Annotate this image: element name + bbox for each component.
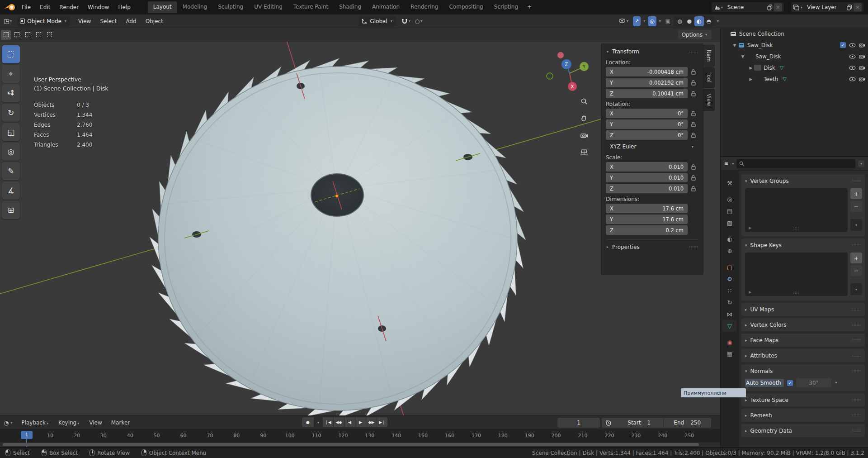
menu-item[interactable]: Add <box>121 16 141 26</box>
keying-set-dropdown[interactable]: ▾ <box>317 420 319 425</box>
disable-render-camera-icon[interactable] <box>859 43 865 48</box>
tool-button[interactable] <box>2 143 20 161</box>
lock-icon[interactable] <box>688 133 698 138</box>
add-button[interactable]: + <box>850 188 862 199</box>
workspace-tab[interactable]: Shading <box>334 1 367 13</box>
current-frame-field[interactable]: 1 <box>557 418 600 428</box>
resize-handle[interactable]: ▶ <box>749 226 751 230</box>
n-panel-tab[interactable]: Tool <box>703 67 715 87</box>
properties-tab[interactable]: ⚒ <box>722 177 737 189</box>
properties-tab[interactable]: ◎ <box>722 193 737 205</box>
lock-icon[interactable] <box>688 122 698 127</box>
list-grip[interactable]: ∷∷ <box>793 226 799 231</box>
camera-view-icon[interactable] <box>578 129 590 142</box>
filter-dropdown-icon[interactable]: ▾ <box>858 160 864 167</box>
expand-icon[interactable]: ▼ <box>740 54 746 59</box>
shading-mode-button[interactable]: ◍ <box>675 16 684 26</box>
proportional-editing-icon[interactable]: ○▾ <box>413 16 425 26</box>
transport-button[interactable]: ◀◆ <box>334 417 344 427</box>
shading-mode-button[interactable]: ◐ <box>694 16 703 26</box>
disable-render-camera-icon[interactable] <box>859 54 865 59</box>
number-field[interactable]: Y -0.002192 cm <box>606 78 688 87</box>
hide-eye-icon[interactable] <box>849 43 856 48</box>
panel-header[interactable]: ▾ Shape Keys ∷∷∷ <box>741 239 865 252</box>
outliner-row[interactable]: ▼ ​ Saw_Disk <box>721 51 868 62</box>
disable-render-camera-icon[interactable] <box>859 65 865 70</box>
menu-item[interactable]: Help <box>113 2 135 12</box>
workspace-tab[interactable]: Rendering <box>405 1 443 13</box>
remove-button[interactable]: − <box>850 265 862 276</box>
number-field[interactable]: Z 0.10041 cm <box>606 89 688 98</box>
expand-icon[interactable]: ▶ <box>748 66 754 70</box>
remove-button[interactable]: − <box>850 201 862 212</box>
menu-item[interactable]: View <box>85 418 106 428</box>
outliner-item-label[interactable]: Disk <box>764 65 775 71</box>
menu-item[interactable]: Object <box>141 16 168 26</box>
menu-item[interactable]: Marker <box>107 418 134 428</box>
gizmos-toggle[interactable]: ↗ <box>633 16 641 26</box>
menu-item[interactable]: Keying▾ <box>54 418 85 428</box>
properties-tab[interactable]: ▢ <box>722 261 737 273</box>
hide-eye-icon[interactable] <box>849 77 856 81</box>
panel-header[interactable]: ▸ Texture Space ∷∷∷ <box>741 393 865 406</box>
rotation-mode-dropdown[interactable]: XYZ Euler ▾ <box>606 142 698 152</box>
workspace-tab[interactable]: Animation <box>367 1 405 13</box>
lock-icon[interactable] <box>688 111 698 116</box>
resize-handle[interactable]: ▶ <box>749 290 751 294</box>
selectability-visibility-dropdown[interactable]: ▾ <box>617 16 631 26</box>
properties-subpanel-header[interactable]: ▸ Properties ∷∷∷ <box>606 239 698 250</box>
workspace-tab[interactable]: Texture Paint <box>288 1 334 13</box>
lock-icon[interactable] <box>688 80 698 86</box>
mode-dropdown[interactable]: Object Mode ▾ <box>17 16 70 26</box>
panel-grip[interactable]: ∷∷∷ <box>852 179 861 183</box>
workspace-tab[interactable]: Sculpting <box>212 1 249 13</box>
menu-item[interactable]: Playback▾ <box>17 418 54 428</box>
panel-grip[interactable]: ∷∷∷ <box>852 243 861 248</box>
panel-grip[interactable]: ∷∷∷ <box>852 353 861 358</box>
shading-dropdown-icon[interactable]: ▾ <box>717 19 719 23</box>
view-layer-selector[interactable]: ▾ View Layer × <box>791 2 863 12</box>
workspace-tab[interactable]: Compositing <box>443 1 488 13</box>
number-field[interactable]: Y 17.6 cm <box>606 215 688 224</box>
options-button[interactable]: Options ▾ <box>678 30 712 39</box>
properties-tab[interactable]: ⚙ <box>722 273 737 285</box>
number-field[interactable]: Z 0° <box>606 130 688 140</box>
number-field[interactable]: X 17.6 cm <box>606 204 688 213</box>
hide-eye-icon[interactable] <box>849 66 856 70</box>
properties-tab[interactable]: ⋈ <box>722 308 737 320</box>
panel-header[interactable]: ▾ Normals ∷∷∷ <box>741 364 865 377</box>
disable-render-camera-icon[interactable] <box>859 76 865 81</box>
panel-grip[interactable]: ∷∷∷ <box>852 413 861 418</box>
editor-type-clock-icon[interactable]: ◔ <box>4 420 9 426</box>
panel-grip[interactable]: ∷∷∷ <box>689 245 698 249</box>
scrollbar-thumb[interactable] <box>3 443 699 446</box>
transform-orientation-dropdown[interactable]: Global ▾ <box>359 16 396 26</box>
end-frame-field[interactable]: End 250 <box>664 420 712 426</box>
start-frame-field[interactable]: Start 1 <box>615 420 663 426</box>
transport-button[interactable]: ❘◀ <box>323 417 333 427</box>
editor-type-button[interactable]: ◳▾ <box>0 18 14 24</box>
scene-name[interactable]: Scene <box>724 4 767 10</box>
properties-tab[interactable]: ⊕ <box>722 245 737 257</box>
overlays-toggle[interactable]: ◎ <box>648 16 656 26</box>
tool-button[interactable] <box>2 162 20 180</box>
menu-item[interactable]: Window <box>83 2 113 12</box>
tool-button[interactable] <box>2 181 20 200</box>
tool-button[interactable] <box>2 201 20 219</box>
close-icon[interactable]: × <box>854 3 862 11</box>
n-panel-tab[interactable]: Item <box>703 45 715 67</box>
panel-header[interactable]: ▾ Vertex Groups ∷∷∷ <box>741 174 865 187</box>
list-box[interactable]: ▶ ∷∷ <box>745 253 848 296</box>
use-preview-range-clock-icon[interactable] <box>602 420 615 426</box>
select-mode-button[interactable] <box>23 30 33 40</box>
panel-grip[interactable]: ∷∷∷ <box>852 429 861 433</box>
new-scene-icon[interactable] <box>767 5 773 10</box>
number-field[interactable]: X 0.010 <box>606 162 688 172</box>
tool-button[interactable] <box>2 65 20 83</box>
xray-toggle[interactable]: ▣ <box>664 16 672 26</box>
properties-search-input[interactable] <box>736 159 855 168</box>
outliner-row[interactable]: ​ Scene Collection <box>721 28 868 39</box>
panel-header[interactable]: ▸ Attributes ∷∷∷ <box>741 349 865 362</box>
properties-tab[interactable]: ◉ <box>722 336 737 348</box>
specials-menu-button[interactable]: ▾ <box>850 283 862 295</box>
